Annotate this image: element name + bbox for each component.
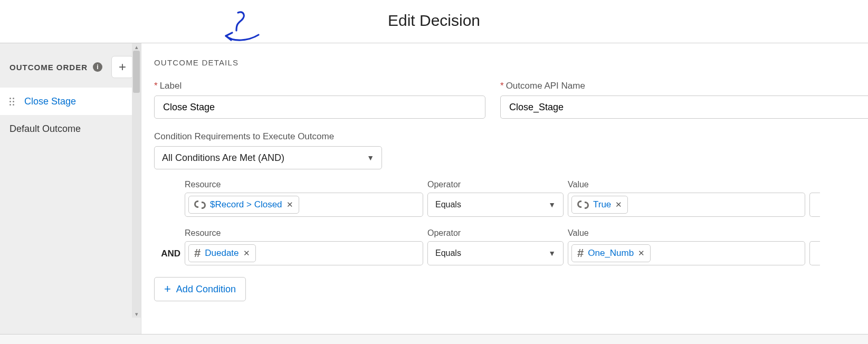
sidebar-item-label: Default Outcome: [9, 123, 81, 135]
label-input-text[interactable]: [162, 101, 478, 113]
sidebar-item-label: Close Stage: [24, 96, 76, 107]
remove-pill-icon[interactable]: ✕: [615, 200, 622, 209]
resource-col-label: Resource: [185, 228, 423, 238]
drag-handle-icon[interactable]: [9, 98, 17, 106]
condition-requirements-value: All Conditions Are Met (AND): [162, 152, 284, 164]
value-col-label: Value: [568, 180, 805, 189]
sidebar-title: OUTCOME ORDER: [9, 63, 88, 72]
resource-pill-text: Duedate: [205, 248, 239, 259]
condition-row: AND Resource # Duedate ✕ Operator Equals: [154, 228, 868, 265]
value-input[interactable]: # One_Numb ✕: [568, 241, 805, 265]
remove-pill-icon[interactable]: ✕: [638, 249, 645, 258]
info-icon[interactable]: i: [93, 62, 102, 72]
link-icon: [194, 200, 206, 209]
outcome-order-sidebar: OUTCOME ORDER i + Close Stage Default Ou…: [0, 43, 141, 334]
dialog-title: Edit Decision: [0, 12, 868, 30]
link-icon: [577, 200, 589, 209]
dialog-header: Edit Decision: [0, 0, 868, 43]
resource-col-label: Resource: [185, 180, 423, 189]
outcome-details-panel: OUTCOME DETAILS *Label *Outcome API Name…: [141, 43, 868, 334]
hash-icon: #: [577, 246, 584, 260]
api-name-input[interactable]: [500, 95, 868, 119]
chevron-down-icon: ▼: [548, 249, 556, 257]
resource-input[interactable]: # Duedate ✕: [185, 241, 423, 265]
api-name-input-text[interactable]: [508, 101, 861, 113]
chevron-down-icon: ▼: [367, 154, 374, 162]
row-action-button[interactable]: [809, 193, 820, 217]
outcome-list: Close Stage Default Outcome: [0, 88, 141, 142]
value-pill[interactable]: True ✕: [571, 196, 628, 214]
operator-select[interactable]: Equals ▼: [427, 193, 564, 217]
operator-select[interactable]: Equals ▼: [427, 241, 564, 265]
condition-prefix: AND: [154, 249, 180, 265]
resource-pill[interactable]: # Duedate ✕: [188, 244, 256, 262]
sidebar-item-close-stage[interactable]: Close Stage: [0, 88, 141, 115]
value-input[interactable]: True ✕: [568, 193, 805, 217]
value-pill-text: One_Numb: [588, 248, 634, 259]
operator-value: Equals: [435, 200, 461, 209]
operator-col-label: Operator: [427, 180, 564, 189]
add-outcome-button[interactable]: +: [111, 56, 133, 78]
plus-icon: +: [164, 283, 171, 295]
resource-pill-text: $Record > Closed: [210, 199, 282, 210]
add-condition-label: Add Condition: [176, 284, 236, 295]
api-name-field-label: *Outcome API Name: [500, 81, 868, 91]
remove-pill-icon[interactable]: ✕: [243, 249, 250, 258]
sidebar-scrollbar[interactable]: ▴ ▾: [132, 43, 141, 318]
resource-pill[interactable]: $Record > Closed ✕: [188, 196, 299, 214]
label-input[interactable]: [154, 95, 485, 119]
conditions-block: Resource $Record > Closed ✕ Operator: [154, 180, 868, 265]
row-action-button[interactable]: [809, 241, 820, 265]
section-title: OUTCOME DETAILS: [154, 58, 868, 67]
value-pill[interactable]: # One_Numb ✕: [571, 244, 651, 262]
condition-requirements-select[interactable]: All Conditions Are Met (AND) ▼: [154, 146, 382, 169]
footer-gap: [0, 335, 868, 344]
condition-requirements-label: Condition Requirements to Execute Outcom…: [154, 131, 868, 142]
condition-row: Resource $Record > Closed ✕ Operator: [154, 180, 868, 217]
hash-icon: #: [194, 246, 201, 260]
scroll-down-icon[interactable]: ▾: [132, 310, 141, 318]
operator-col-label: Operator: [427, 228, 564, 238]
remove-pill-icon[interactable]: ✕: [287, 200, 293, 209]
label-field-label: *Label: [154, 81, 485, 91]
sidebar-item-default-outcome[interactable]: Default Outcome: [0, 115, 141, 142]
scroll-up-icon[interactable]: ▴: [132, 43, 141, 51]
resource-input[interactable]: $Record > Closed ✕: [185, 193, 423, 217]
condition-prefix: [154, 211, 180, 217]
operator-value: Equals: [435, 249, 461, 258]
value-col-label: Value: [568, 228, 805, 238]
scroll-thumb[interactable]: [133, 51, 140, 93]
value-pill-text: True: [593, 199, 611, 210]
plus-icon: +: [119, 60, 126, 74]
chevron-down-icon: ▼: [548, 200, 556, 209]
add-condition-button[interactable]: + Add Condition: [154, 277, 246, 301]
